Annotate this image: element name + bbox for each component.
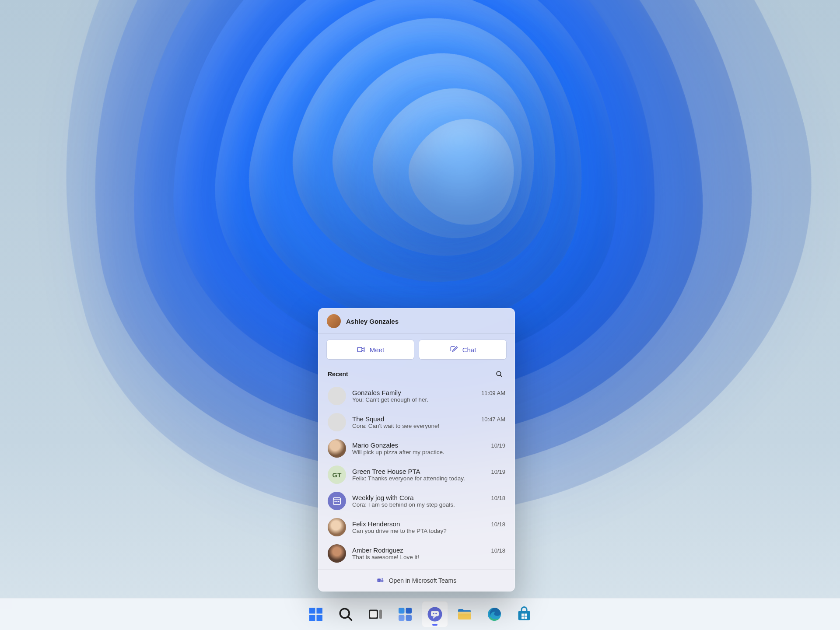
conversation-row[interactable]: The Squad10:47 AMCora: Can't wait to see…: [321, 409, 512, 435]
task-view-icon: [368, 606, 383, 622]
conversation-preview: Cora: I am so behind on my step goals.: [352, 501, 505, 508]
taskbar-task-view[interactable]: [362, 601, 388, 627]
conversation-title: Mario Gonzales: [352, 441, 398, 449]
conversation-row[interactable]: Mario Gonzales10/19Will pick up pizza af…: [321, 435, 512, 462]
search-icon: [338, 606, 354, 622]
taskbar-file-explorer[interactable]: [452, 601, 478, 627]
open-in-teams-label: Open in Microsoft Teams: [389, 577, 457, 584]
conversation-time: 10/19: [487, 469, 505, 475]
conversation-title: Gonzales Family: [352, 389, 401, 396]
conversation-avatar: [328, 492, 346, 510]
conversation-title: Green Tree House PTA: [352, 468, 420, 475]
taskbar-widgets[interactable]: [392, 601, 418, 627]
widgets-icon: [397, 606, 413, 622]
conversation-row[interactable]: Felix Henderson10/18Can you drive me to …: [321, 514, 512, 540]
conversation-time: 10/18: [487, 495, 505, 501]
conversation-avatar: [328, 387, 346, 405]
taskbar: [0, 598, 840, 630]
video-icon: [357, 345, 365, 354]
chat-icon: [427, 606, 443, 622]
current-user-name: Ashley Gonzales: [346, 318, 399, 325]
conversation-title: Weekly jog with Cora: [352, 494, 414, 501]
teams-icon: T: [377, 577, 385, 584]
store-icon: [516, 606, 532, 622]
conversation-title: Felix Henderson: [352, 520, 400, 528]
conversation-row[interactable]: Amber Rodriguez10/18That is awesome! Lov…: [321, 540, 512, 567]
search-icon: [495, 370, 503, 378]
conversation-row[interactable]: GTGreen Tree House PTA10/19Felix: Thanks…: [321, 462, 512, 488]
taskbar-chat[interactable]: [422, 601, 448, 627]
open-in-teams-link[interactable]: T Open in Microsoft Teams: [318, 569, 515, 592]
start-icon: [308, 606, 324, 622]
conversation-preview: That is awesome! Love it!: [352, 554, 505, 560]
meet-button-label: Meet: [370, 346, 384, 354]
conversation-list: Gonzales Family11:09 AMYou: Can't get en…: [318, 383, 515, 567]
search-button[interactable]: [493, 368, 505, 380]
conversation-time: 10/18: [487, 521, 505, 528]
conversation-preview: Felix: Thanks everyone for attending tod…: [352, 475, 505, 482]
conversation-time: 10/19: [487, 442, 505, 449]
svg-point-1: [497, 371, 501, 376]
file-explorer-icon: [457, 606, 472, 622]
conversation-title: Amber Rodriguez: [352, 546, 403, 554]
conversation-time: 10/18: [487, 547, 505, 554]
conversation-preview: You: Can't get enough of her.: [352, 396, 505, 403]
taskbar-start[interactable]: [303, 601, 329, 627]
conversation-preview: Can you drive me to the PTA today?: [352, 528, 505, 534]
conversation-time: 10:47 AM: [478, 416, 505, 423]
conversation-row[interactable]: Weekly jog with Cora10/18Cora: I am so b…: [321, 488, 512, 514]
flyout-action-row: Meet Chat: [318, 334, 515, 362]
avatar: [327, 314, 341, 328]
teams-chat-flyout: Ashley Gonzales Meet Chat Recent Gonzale…: [318, 308, 515, 592]
chat-button-label: Chat: [462, 346, 476, 354]
conversation-avatar: [328, 518, 346, 536]
conversation-avatar: [328, 544, 346, 563]
chat-button[interactable]: Chat: [419, 340, 506, 359]
taskbar-edge[interactable]: [481, 601, 508, 627]
conversation-avatar: GT: [328, 466, 346, 484]
svg-text:T: T: [378, 579, 380, 582]
conversation-avatar: [328, 439, 346, 458]
taskbar-search[interactable]: [332, 601, 359, 627]
conversation-avatar: [328, 413, 346, 431]
conversation-preview: Will pick up pizza after my practice.: [352, 449, 505, 455]
conversation-preview: Cora: Can't wait to see everyone!: [352, 423, 505, 429]
flyout-header: Ashley Gonzales: [318, 308, 515, 334]
conversation-title: The Squad: [352, 415, 384, 423]
svg-rect-0: [357, 347, 362, 352]
taskbar-store[interactable]: [511, 601, 537, 627]
conversation-row[interactable]: Gonzales Family11:09 AMYou: Can't get en…: [321, 383, 512, 409]
recent-label: Recent: [328, 371, 348, 378]
compose-icon: [449, 345, 458, 354]
calendar-icon: [332, 496, 342, 506]
conversation-time: 11:09 AM: [478, 390, 505, 396]
edge-icon: [486, 606, 502, 622]
svg-rect-5: [381, 580, 383, 582]
meet-button[interactable]: Meet: [327, 340, 414, 359]
svg-point-4: [382, 578, 383, 580]
